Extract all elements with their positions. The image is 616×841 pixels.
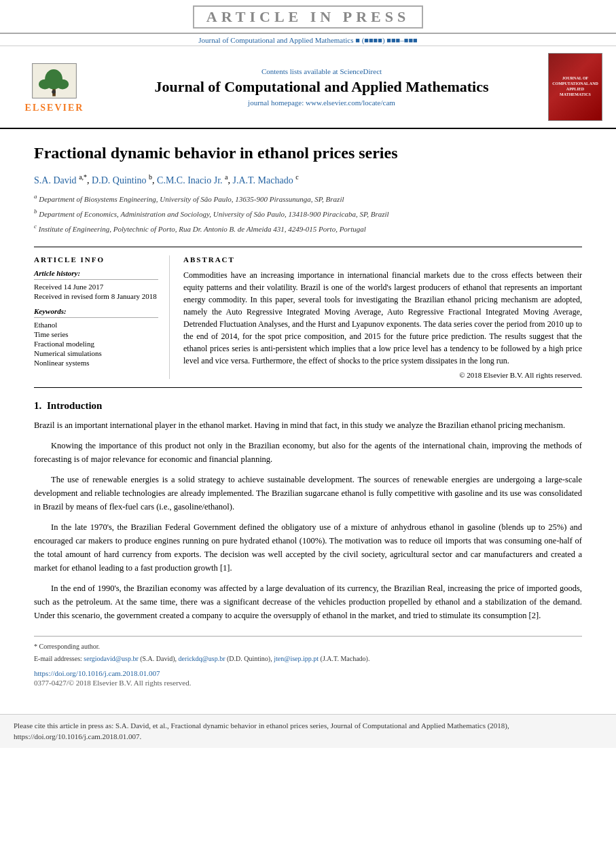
author-cmc-inacio: C.M.C. Inacio Jr.: [157, 175, 222, 185]
intro-section-name: Introduction: [47, 400, 102, 411]
email-sa-david-name: (S.A. David),: [140, 655, 178, 662]
journal-name: Journal of Computational and Applied Mat…: [102, 78, 541, 96]
footnote-corresponding: * Corresponding author.: [34, 642, 582, 651]
keyword-4: Numerical simulations: [34, 349, 158, 357]
keyword-3: Fractional modeling: [34, 340, 158, 348]
affil-b: b Department of Economics, Administratio…: [34, 207, 582, 220]
homepage-prefix: journal homepage:: [248, 99, 304, 107]
intro-section-title: 1. Introduction: [34, 400, 582, 412]
bottom-citation-bar: Please cite this article in press as: S.…: [0, 714, 616, 748]
journal-header: ELSEVIER Contents lists available at Sci…: [0, 46, 616, 129]
contents-available: Contents lists available at ScienceDirec…: [102, 67, 541, 75]
keywords-label: Keywords:: [34, 307, 158, 318]
email-jat-machado[interactable]: jten@isep.ipp.pt: [274, 655, 319, 662]
journal-link-bar: Journal of Computational and Applied Mat…: [0, 34, 616, 46]
rights-line: 0377-0427/© 2018 Elsevier B.V. All right…: [34, 679, 582, 687]
affil-c-sup: c: [34, 223, 37, 230]
aip-text: ARTICLE IN PRESS: [193, 5, 423, 29]
affiliations: a Department of Biosystems Engineering, …: [34, 192, 582, 236]
footnote-emails: E-mail addresses: sergiodavid@usp.br (S.…: [34, 654, 582, 664]
email-sa-david[interactable]: sergiodavid@usp.br: [84, 655, 138, 662]
author-jat-machado: J.A.T. Machado: [232, 175, 293, 185]
history-label: Article history:: [34, 269, 158, 280]
affil-b-text: Department of Economics, Administration …: [39, 210, 388, 218]
email-dd-quintino[interactable]: derickdq@usp.br: [179, 655, 225, 662]
elsevier-brand: ELSEVIER: [25, 103, 84, 113]
article-title: Fractional dynamic behavior in ethanol p…: [34, 143, 582, 164]
homepage-url[interactable]: www.elsevier.com/locate/cam: [306, 99, 395, 107]
author-jat-machado-sup: c: [295, 173, 298, 181]
email-label: E-mail addresses:: [34, 655, 82, 662]
article-info-abstract: ARTICLE INFO Article history: Received 1…: [34, 247, 582, 388]
affil-c: c Institute of Engineering, Polytechnic …: [34, 221, 582, 235]
elsevier-logo: ELSEVIER: [14, 60, 95, 113]
journal-link-detail: ■ (■■■■) ■■■–■■■: [355, 36, 417, 44]
doi-line[interactable]: https://doi.org/10.1016/j.cam.2018.01.00…: [34, 669, 582, 677]
author-dd-quintino-sup: b: [149, 173, 152, 181]
intro-para-4: In the late 1970's, the Brazilian Federa…: [34, 520, 582, 575]
author-sa-david: S.A. David: [34, 175, 77, 185]
authors-line: S.A. David a,*, D.D. Quintino b, C.M.C. …: [34, 173, 582, 186]
journal-cover: JOURNAL OF COMPUTATIONAL AND APPLIED MAT…: [548, 53, 602, 121]
affil-a-sup: a: [34, 193, 37, 200]
keyword-5: Nonlinear systems: [34, 359, 158, 367]
contents-prefix: Contents lists available at: [261, 67, 338, 75]
author-sa-david-sup: a,*: [79, 173, 87, 181]
sciencedirect-link[interactable]: ScienceDirect: [340, 67, 382, 75]
footnote-area: * Corresponding author. E-mail addresses…: [34, 636, 582, 687]
svg-point-5: [52, 90, 56, 94]
history-received: Received 14 June 2017: [34, 283, 158, 291]
article-info-header: ARTICLE INFO: [34, 255, 158, 264]
journal-cover-text: JOURNAL OF COMPUTATIONAL AND APPLIED MAT…: [549, 73, 602, 100]
intro-section-num: 1.: [34, 400, 41, 411]
svg-point-3: [39, 79, 51, 90]
intro-para-5: In the end of 1990's, the Brazilian econ…: [34, 581, 582, 622]
affil-c-text: Institute of Engineering, Polytechnic of…: [39, 225, 366, 233]
intro-para-1: Brazil is an important international pla…: [34, 418, 582, 432]
affil-a-text: Department of Biosystems Engineering, Un…: [39, 195, 344, 203]
journal-link-text: Journal of Computational and Applied Mat…: [198, 36, 353, 44]
abstract-copyright: © 2018 Elsevier B.V. All rights reserved…: [183, 371, 582, 379]
article-info-col: ARTICLE INFO Article history: Received 1…: [34, 255, 170, 379]
author-cmc-inacio-sup: a: [225, 173, 228, 181]
affil-a: a Department of Biosystems Engineering, …: [34, 192, 582, 205]
abstract-text: Commodities have an increasing importanc…: [183, 269, 582, 367]
abstract-header: ABSTRACT: [183, 255, 582, 264]
svg-point-4: [56, 79, 69, 90]
history-revised: Received in revised form 8 January 2018: [34, 292, 158, 300]
affil-b-sup: b: [34, 208, 37, 215]
keyword-2: Time series: [34, 330, 158, 338]
email-dd-quintino-name: (D.D. Quintino),: [227, 655, 274, 662]
author-dd-quintino: D.D. Quintino: [92, 175, 147, 185]
journal-homepage: journal homepage: www.elsevier.com/locat…: [102, 99, 541, 107]
elsevier-tree-icon: [24, 60, 85, 101]
keyword-1: Ethanol: [34, 321, 158, 329]
journal-title-center: Contents lists available at ScienceDirec…: [95, 67, 548, 107]
intro-para-3: The use of renewable energies is a solid…: [34, 473, 582, 514]
main-content: Fractional dynamic behavior in ethanol p…: [0, 129, 616, 700]
article-in-press-banner: ARTICLE IN PRESS: [0, 0, 616, 34]
abstract-col: ABSTRACT Commodities have an increasing …: [183, 255, 582, 379]
citation-text: Please cite this article in press as: S.…: [14, 721, 509, 741]
intro-para-2: Knowing the importance of this product n…: [34, 439, 582, 466]
email-jat-machado-name: (J.A.T. Machado).: [321, 655, 370, 662]
